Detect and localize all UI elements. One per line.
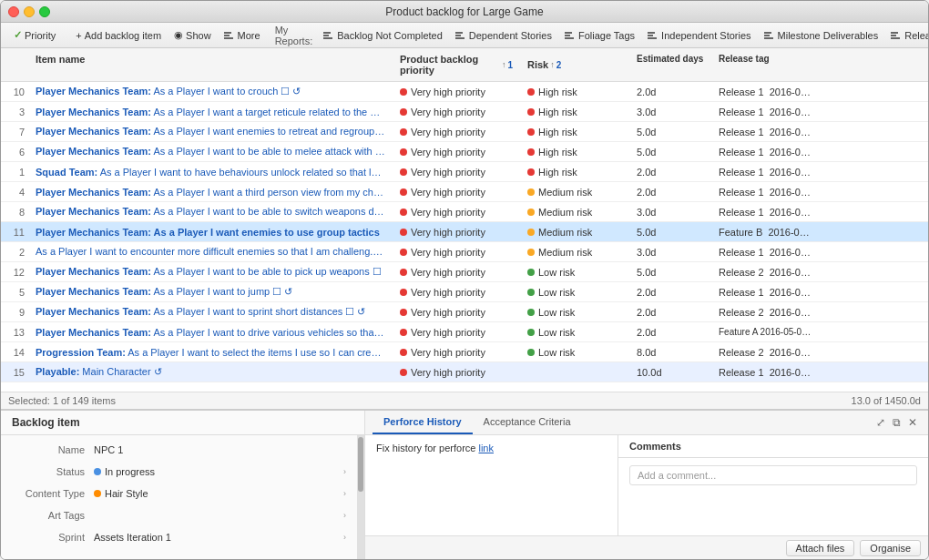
item-name[interactable]: Player Mechanics Team: As a Player I wan… <box>28 225 393 239</box>
item-name[interactable]: Player Mechanics Team: As a Player I wan… <box>28 304 393 320</box>
detail-scrollbar[interactable] <box>357 435 364 559</box>
field-content-type[interactable]: Content Type Hair Style › <box>1 483 357 504</box>
priority-cell: Very high priority <box>393 205 520 219</box>
item-name[interactable]: Player Mechanics Team: As a Player I wan… <box>28 185 393 199</box>
priority-cell: Very high priority <box>393 285 520 300</box>
btn1-label: Backlog Not Completed <box>337 30 443 41</box>
priority-cell: Very high priority <box>393 85 520 99</box>
field-name: Name NPC 1 <box>1 439 357 461</box>
btn-foliage[interactable]: Foliage Tags <box>559 28 640 43</box>
priority-dot <box>400 249 407 256</box>
detail-panel: Backlog item Name NPC 1 Status In progre… <box>1 411 365 559</box>
priority-dot <box>400 329 407 336</box>
risk-cell: High risk <box>520 145 629 159</box>
item-name[interactable]: Progression Team: As a Player I want to … <box>28 345 393 360</box>
est-cell: 10.0d <box>629 365 711 380</box>
more-button[interactable]: More <box>219 28 266 43</box>
risk-cell: Low risk <box>520 305 629 320</box>
field-status[interactable]: Status In progress › <box>1 461 357 483</box>
risk-dot <box>527 188 535 196</box>
menu-icon <box>224 32 233 39</box>
risk-cell: Low risk <box>520 285 629 300</box>
table-row[interactable]: 12 Player Mechanics Team: As a Player I … <box>1 262 928 282</box>
comments-panel: Comments Add a comment... <box>618 435 928 535</box>
btn-milestone[interactable]: Milestone Deliverables <box>759 28 884 43</box>
field-art-tags[interactable]: Art Tags › <box>1 504 357 526</box>
risk-cell: Medium risk <box>520 205 629 219</box>
item-name[interactable]: As a Player I want to encounter more dif… <box>28 244 393 260</box>
item-name[interactable]: Player Mechanics Team: As a Player I wan… <box>28 204 393 219</box>
btn-backlog[interactable]: Backlog Not Completed <box>318 28 448 43</box>
risk-dot <box>527 349 535 356</box>
close-button[interactable] <box>8 6 19 17</box>
close-panel-icon[interactable]: ✕ <box>908 416 917 429</box>
item-name[interactable]: Player Mechanics Team: As a Player I wan… <box>28 284 393 300</box>
table-row[interactable]: 2 As a Player I want to encounter more d… <box>1 242 928 262</box>
table-row[interactable]: 9 Player Mechanics Team: As a Player I w… <box>1 302 928 322</box>
row-num: 3 <box>1 105 28 119</box>
table-row[interactable]: 10 Player Mechanics Team: As a Player I … <box>1 82 928 102</box>
scrollbar-thumb <box>358 437 363 492</box>
btn-dependent[interactable]: Dependent Stories <box>450 28 557 43</box>
priority-dot <box>400 168 407 176</box>
row-num: 4 <box>1 185 28 199</box>
btn-independent[interactable]: Independent Stories <box>642 28 756 43</box>
priority-cell: Very high priority <box>393 245 520 260</box>
item-name[interactable]: Player Mechanics Team: As a Player I wan… <box>28 124 393 139</box>
table-row[interactable]: 1 Squad Team: As a Player I want to have… <box>1 162 928 182</box>
table-row[interactable]: 4 Player Mechanics Team: As a Player I w… <box>1 182 928 202</box>
item-name[interactable]: Player Mechanics Team: As a Player I wan… <box>28 105 393 119</box>
chevron-icon: › <box>343 511 346 520</box>
perforce-link[interactable]: link <box>478 443 494 453</box>
field-sprint[interactable]: Sprint Assets Iteration 1 › <box>1 526 357 548</box>
external-link-icon[interactable]: ⧉ <box>893 416 901 429</box>
item-name[interactable]: Player Mechanics Team: As a Player I wan… <box>28 264 393 280</box>
btn4-label: Independent Stories <box>661 30 750 41</box>
btn-release-status[interactable]: Release 1 Status <box>885 28 929 43</box>
tabs-bar: Perforce History Acceptance Criteria ⤢ ⧉… <box>365 411 928 435</box>
main-window: Product backlog for Large Game ✓ Priorit… <box>0 0 929 560</box>
tab-perforce[interactable]: Perforce History <box>373 411 473 434</box>
attach-files-button[interactable]: Attach files <box>786 540 855 556</box>
minimize-button[interactable] <box>24 6 35 17</box>
maximize-button[interactable] <box>39 6 50 17</box>
table-row[interactable]: 5 Player Mechanics Team: As a Player I w… <box>1 282 928 302</box>
bottom-panel: Backlog item Name NPC 1 Status In progre… <box>1 409 928 559</box>
risk-dot <box>527 229 535 236</box>
table-row[interactable]: 7 Player Mechanics Team: As a Player I w… <box>1 122 928 142</box>
risk-cell: High risk <box>520 85 629 99</box>
tab-acceptance[interactable]: Acceptance Criteria <box>473 411 582 434</box>
show-button[interactable]: ◉ Show <box>168 27 217 43</box>
table-row[interactable]: 8 Player Mechanics Team: As a Player I w… <box>1 202 928 222</box>
col-est: Estimated days <box>629 52 711 77</box>
priority-dot <box>400 188 407 196</box>
release-cell: Release 1 2016-05-21 <box>711 285 821 300</box>
item-name[interactable]: Playable: Main Character ↺ <box>28 364 393 380</box>
organise-button[interactable]: Organise <box>860 540 921 556</box>
btn3-label: Foliage Tags <box>578 30 635 41</box>
table-header: Item name Product backlog priority ↑ 1 R… <box>1 48 928 82</box>
table-row[interactable]: 3 Player Mechanics Team: As a Player I w… <box>1 102 928 122</box>
item-name[interactable]: Squad Team: As a Player I want to have b… <box>28 165 393 179</box>
comment-input[interactable]: Add a comment... <box>629 465 917 485</box>
release-cell: Release 1 2016-05-21 <box>711 365 821 380</box>
sort-num-1: 1 <box>507 60 513 70</box>
table-row[interactable]: 11 Player Mechanics Team: As a Player I … <box>1 222 928 242</box>
table-row[interactable]: 13 Player Mechanics Team: As a Player I … <box>1 322 928 342</box>
table-row[interactable]: 14 Progression Team: As a Player I want … <box>1 342 928 362</box>
priority-cell: Very high priority <box>393 165 520 179</box>
table-row[interactable]: 15 Playable: Main Character ↺ Very high … <box>1 362 928 382</box>
right-panel: Perforce History Acceptance Criteria ⤢ ⧉… <box>365 411 928 559</box>
priority-button[interactable]: ✓ Priority <box>8 27 61 43</box>
status-dot <box>94 468 101 475</box>
item-name[interactable]: Player Mechanics Team: As a Player I wan… <box>28 84 393 99</box>
item-name[interactable]: Player Mechanics Team: As a Player I wan… <box>28 144 393 159</box>
table-row[interactable]: 6 Player Mechanics Team: As a Player I w… <box>1 142 928 162</box>
priority-cell: Very high priority <box>393 265 520 280</box>
add-backlog-button[interactable]: + Add backlog item <box>70 28 167 43</box>
release-cell: Feature B 2016-05-04 <box>711 225 821 239</box>
expand-icon[interactable]: ⤢ <box>876 416 885 429</box>
tabs-left: Perforce History Acceptance Criteria <box>373 411 582 434</box>
item-name[interactable]: Player Mechanics Team: As a Player I wan… <box>28 325 393 340</box>
priority-cell: Very high priority <box>393 145 520 159</box>
